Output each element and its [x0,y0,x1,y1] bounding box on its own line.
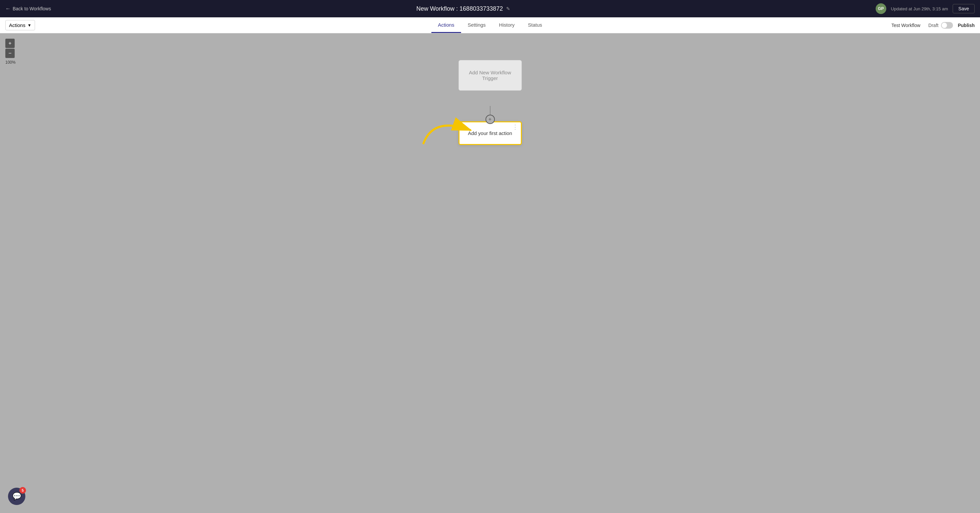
updated-timestamp: Updated at Jun 29th, 3:15 am [891,6,948,11]
zoom-level: 100% [5,60,16,65]
zoom-controls: + − 100% [5,39,16,65]
node-dots-menu[interactable]: ⋮ [512,123,518,131]
tab-settings[interactable]: Settings [461,17,492,33]
trigger-node[interactable]: Add New Workflow Trigger [458,60,522,91]
back-arrow-icon: ← [5,6,11,12]
workflow-canvas-area: + − 100% Add New Workflow Trigger + ⋮ Ad… [0,33,980,513]
publish-button[interactable]: Publish [958,23,975,28]
tab-group: Actions Settings History Status [431,17,549,33]
add-node-button[interactable]: + [485,115,495,124]
actions-dropdown[interactable]: Actions ▼ [5,20,35,30]
draft-label: Draft [928,23,938,28]
back-to-workflows-link[interactable]: ← Back to Workflows [5,6,51,12]
back-link-label: Back to Workflows [13,6,51,11]
chat-widget[interactable]: 💬 5 [8,488,25,505]
trigger-node-label: Add New Workflow Trigger [469,70,511,81]
actions-dropdown-label: Actions [9,22,25,28]
save-button[interactable]: Save [953,4,975,13]
chevron-down-icon: ▼ [27,23,31,28]
workflow-title: New Workflow : 1688033733872 ✎ [51,5,876,12]
user-avatar: GP [876,3,886,14]
draft-toggle-switch[interactable] [941,22,953,29]
action-node-label: Add your first action [468,130,512,136]
chat-icon: 💬 [12,492,21,501]
zoom-in-button[interactable]: + [5,39,15,48]
chat-badge: 5 [19,487,26,494]
navbar-right: GP Updated at Jun 29th, 3:15 am Save [876,3,975,14]
workflow-canvas: Add New Workflow Trigger + ⋮ Add your fi… [0,33,980,513]
top-navbar: ← Back to Workflows New Workflow : 16880… [0,0,980,17]
draft-toggle: Draft [928,22,953,29]
toolbar-right: Test Workflow Draft Publish [888,21,975,30]
edit-title-icon[interactable]: ✎ [506,6,510,11]
tab-history[interactable]: History [493,17,522,33]
tab-actions[interactable]: Actions [431,17,461,33]
zoom-out-button[interactable]: − [5,49,15,58]
test-workflow-button[interactable]: Test Workflow [888,21,924,30]
tab-status[interactable]: Status [521,17,549,33]
action-node[interactable]: ⋮ Add your first action [458,121,522,145]
workflow-title-text: New Workflow : 1688033733872 [416,5,503,12]
toggle-knob [942,23,947,28]
add-node-icon: + [488,116,492,122]
second-toolbar: Actions ▼ Actions Settings History Statu… [0,17,980,33]
